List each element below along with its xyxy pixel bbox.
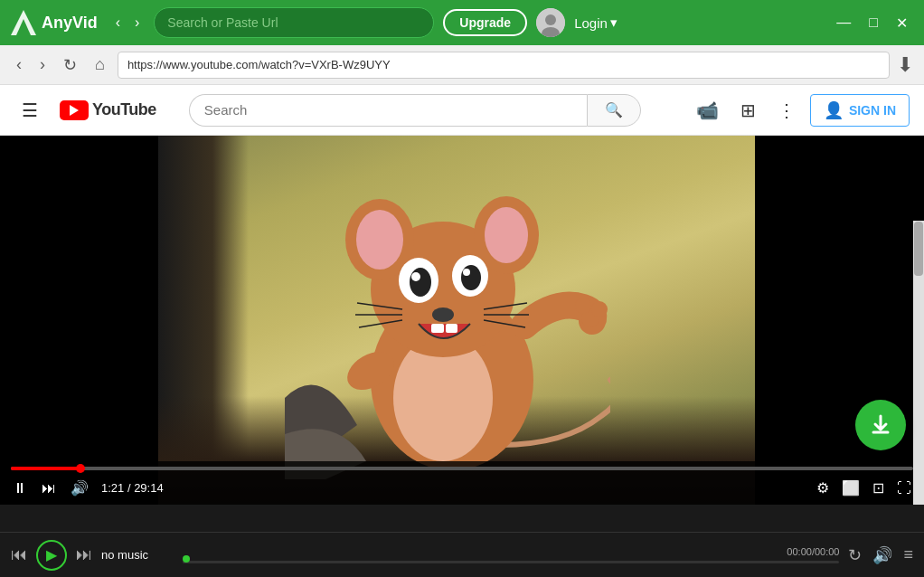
progress-dot: [76, 464, 85, 473]
jerry-mouse-svg: [285, 163, 610, 479]
player-time-display: 00:00/00:00: [183, 546, 839, 557]
video-container: ⏸ ⏭ 🔊 1:21 / 29:14 ⚙ ⬜ ⊡ ⛶: [0, 136, 924, 505]
svg-point-18: [410, 268, 431, 297]
url-text: https://www.youtube.com/watch?v=VXrB-Wz9…: [127, 58, 391, 71]
search-bar: [154, 7, 434, 38]
url-bar[interactable]: https://www.youtube.com/watch?v=VXrB-Wz9…: [118, 52, 890, 79]
youtube-search-form: 🔍: [189, 94, 641, 127]
youtube-more-button[interactable]: ⋮: [770, 92, 803, 128]
svg-point-9: [591, 301, 608, 317]
upgrade-button[interactable]: Upgrade: [443, 9, 527, 36]
svg-point-20: [411, 272, 420, 281]
player-playlist-button[interactable]: ≡: [903, 545, 913, 564]
nav-back-button[interactable]: ‹: [110, 11, 126, 34]
top-bar: AnyVid ‹ › Upgrade Login ▾ — □ ✕: [0, 0, 924, 45]
settings-button[interactable]: ⚙: [815, 478, 831, 498]
volume-button[interactable]: 🔊: [69, 478, 90, 498]
svg-rect-24: [446, 324, 457, 333]
theater-mode-button[interactable]: ⬜: [840, 478, 862, 498]
player-play-button[interactable]: ▶: [36, 540, 67, 571]
window-controls: — □ ✕: [831, 13, 913, 33]
video-content: [0, 136, 924, 505]
svg-point-22: [432, 307, 454, 322]
youtube-nav: ☰ YouTube 🔍 📹 ⊞ ⋮ 👤 SIGN IN: [0, 85, 924, 136]
avatar: [536, 8, 565, 37]
cartoon-frame[interactable]: [158, 136, 755, 505]
refresh-button[interactable]: ↻: [58, 52, 82, 79]
player-volume-button[interactable]: 🔊: [872, 545, 892, 565]
fullscreen-button[interactable]: ⛶: [895, 478, 913, 498]
maximize-button[interactable]: □: [863, 13, 883, 33]
player-progress-bar[interactable]: 00:00/00:00: [183, 546, 839, 563]
player-next-button[interactable]: ⏭: [76, 545, 92, 564]
search-input[interactable]: [167, 15, 420, 30]
svg-point-21: [463, 269, 470, 276]
player-track-info: no music: [101, 548, 174, 562]
svg-rect-23: [431, 324, 444, 333]
time-display: 1:21 / 29:14: [101, 481, 164, 495]
home-button[interactable]: ⌂: [90, 52, 110, 78]
login-button[interactable]: Login ▾: [574, 14, 618, 31]
youtube-play-icon: [70, 105, 79, 116]
youtube-search-input[interactable]: [189, 94, 587, 127]
nav-forward-button[interactable]: ›: [129, 11, 145, 34]
svg-point-15: [485, 207, 528, 263]
browser-download-button[interactable]: ⬇: [897, 53, 913, 77]
video-right-bar: [755, 136, 924, 505]
player-track-name: no music: [101, 548, 174, 562]
download-fab-button[interactable]: [855, 400, 906, 450]
download-fab-icon: [868, 412, 893, 438]
chevron-down-icon: ▾: [610, 14, 618, 31]
youtube-signin-button[interactable]: 👤 SIGN IN: [810, 94, 910, 127]
pip-button[interactable]: ⊡: [871, 478, 886, 498]
progress-bar[interactable]: [11, 467, 913, 470]
youtube-logo-text: YouTube: [92, 100, 156, 119]
youtube-grid-icon-button[interactable]: ⊞: [733, 92, 763, 128]
player-bar-dot: [183, 555, 190, 563]
next-frame-button[interactable]: ⏭: [40, 478, 58, 498]
signin-icon: 👤: [824, 100, 844, 120]
browser-bar: ‹ › ↻ ⌂ https://www.youtube.com/watch?v=…: [0, 45, 924, 85]
player-prev-button[interactable]: ⏮: [11, 545, 27, 564]
controls-row: ⏸ ⏭ 🔊 1:21 / 29:14 ⚙ ⬜ ⊡ ⛶: [11, 478, 913, 498]
video-left-bar: [0, 136, 158, 505]
youtube-logo: YouTube: [60, 100, 156, 120]
youtube-video-icon-button[interactable]: 📹: [689, 92, 726, 128]
controls-right: ⚙ ⬜ ⊡ ⛶: [815, 478, 913, 498]
svg-point-10: [575, 298, 591, 314]
app-name: AnyVid: [42, 14, 98, 33]
progress-bar-fill: [11, 467, 80, 470]
svg-point-19: [461, 265, 481, 290]
bottom-player: ⏮ ▶ ⏭ no music 00:00/00:00 ↻ 🔊 ≡: [0, 532, 924, 577]
youtube-logo-icon: [60, 100, 89, 120]
scrollbar-thumb[interactable]: [914, 222, 923, 276]
youtube-search-button[interactable]: 🔍: [587, 94, 641, 127]
hamburger-menu-button[interactable]: ☰: [14, 92, 45, 128]
youtube-right-icons: 📹 ⊞ ⋮ 👤 SIGN IN: [689, 92, 910, 128]
minimize-button[interactable]: —: [831, 13, 856, 33]
player-right-icons: ↻ 🔊 ≡: [848, 545, 913, 565]
player-repeat-button[interactable]: ↻: [848, 545, 862, 565]
app-logo: AnyVid: [11, 10, 98, 35]
play-pause-button[interactable]: ⏸: [11, 478, 29, 498]
avatar-icon: [536, 8, 565, 37]
close-button[interactable]: ✕: [891, 13, 913, 33]
logo-icon: [11, 10, 36, 35]
browser-back-button[interactable]: ‹: [11, 52, 27, 78]
nav-arrows: ‹ ›: [110, 11, 146, 34]
svg-point-13: [356, 210, 403, 270]
video-controls: ⏸ ⏭ 🔊 1:21 / 29:14 ⚙ ⬜ ⊡ ⛶: [0, 461, 924, 505]
player-bar-outer: [183, 561, 839, 563]
svg-point-3: [545, 14, 556, 25]
browser-forward-button[interactable]: ›: [34, 52, 51, 78]
scrollbar-track: [913, 221, 924, 505]
